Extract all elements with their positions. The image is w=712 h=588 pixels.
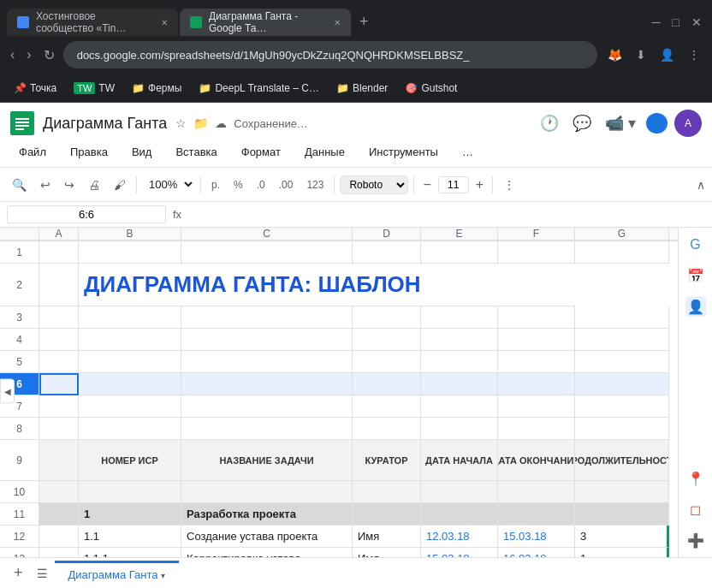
col-header-b[interactable]: B	[79, 228, 181, 240]
paint-format-button[interactable]: 🖌	[109, 175, 131, 195]
bookmark-fermy[interactable]: 📁 Фермы	[125, 80, 188, 97]
bookmark-gutshot[interactable]: 🎯 Gutshot	[398, 80, 464, 97]
cell-d7[interactable]	[353, 395, 421, 418]
cell-reference-input[interactable]	[7, 205, 166, 223]
cell-f11[interactable]	[498, 503, 575, 526]
row-num-1[interactable]: 1	[0, 241, 39, 264]
refresh-button[interactable]: ↻	[40, 44, 58, 67]
share-button[interactable]: 👤	[646, 113, 668, 134]
cell-d12[interactable]: Имя	[353, 526, 421, 548]
row-num-10[interactable]: 10	[0, 481, 39, 503]
cell-a13[interactable]	[39, 548, 79, 557]
cell-b10[interactable]	[79, 481, 181, 503]
cell-b11[interactable]: 1	[79, 503, 181, 526]
address-bar[interactable]	[63, 41, 597, 68]
cell-e5[interactable]	[421, 351, 498, 373]
redo-button[interactable]: ↪	[59, 175, 80, 195]
tab-close-2[interactable]: ✕	[334, 18, 341, 27]
font-size-input[interactable]	[438, 176, 469, 193]
tab-inactive[interactable]: Хостинговое сообщество «Tin… ✕	[7, 9, 178, 36]
cell-c13[interactable]: Корректировка устава	[181, 548, 353, 557]
row-num-8[interactable]: 8	[0, 418, 39, 440]
cell-c11[interactable]: Разработка проекта	[181, 503, 353, 526]
cell-b1[interactable]	[79, 241, 181, 264]
bookmark-blender[interactable]: 📁 Blender	[329, 80, 395, 97]
avatar[interactable]: A	[674, 110, 702, 137]
cell-e4[interactable]	[421, 329, 498, 351]
more-formats-button[interactable]: ⋮	[498, 175, 520, 195]
bookmark-tw[interactable]: TW TW	[67, 80, 122, 97]
profile-button[interactable]: 👤	[655, 45, 679, 65]
row-num-11[interactable]: 11	[0, 503, 39, 526]
font-size-increase[interactable]: +	[472, 177, 487, 193]
col-header-c[interactable]: C	[181, 228, 353, 240]
downloads-button[interactable]: ⬇	[631, 45, 651, 65]
cell-d10[interactable]	[353, 481, 421, 503]
menu-button[interactable]: ⋮	[683, 45, 705, 65]
formula-input[interactable]	[188, 208, 705, 221]
row-num-5[interactable]: 5	[0, 351, 39, 373]
cell-g8[interactable]	[575, 418, 669, 440]
cell-b8[interactable]	[79, 418, 181, 440]
col-header-g[interactable]: G	[575, 228, 669, 240]
cell-e3[interactable]	[421, 306, 498, 329]
cell-e6[interactable]	[421, 373, 498, 395]
tab-active[interactable]: Диаграмма Ганта - Google Та… ✕	[180, 9, 351, 36]
back-button[interactable]: ‹	[7, 44, 18, 66]
cell-f12[interactable]: 15.03.18	[498, 526, 575, 548]
cell-b3[interactable]	[79, 306, 181, 329]
meet-button[interactable]: 📹 ▾	[602, 110, 639, 136]
cell-b13[interactable]: 1.1.1	[79, 548, 181, 557]
sidebar-office-icon[interactable]: ◻	[685, 499, 706, 520]
comments-button[interactable]: 💬	[569, 110, 595, 136]
cell-d11[interactable]	[353, 503, 421, 526]
row-num-2[interactable]: 2	[0, 264, 39, 306]
cell-f7[interactable]	[498, 395, 575, 418]
extensions-button[interactable]: 🦊	[602, 45, 627, 65]
cell-d8[interactable]	[353, 418, 421, 440]
cell-e7[interactable]	[421, 395, 498, 418]
cell-d1[interactable]	[353, 241, 421, 264]
new-tab-button[interactable]: +	[353, 13, 376, 31]
cell-a10[interactable]	[39, 481, 79, 503]
sidebar-tasks-icon[interactable]: 👤	[685, 296, 706, 317]
cell-b6[interactable]	[79, 373, 181, 395]
cell-g5[interactable]	[575, 351, 669, 373]
maximize-button[interactable]: □	[669, 12, 683, 33]
cell-a12[interactable]	[39, 526, 79, 548]
cell-f6[interactable]	[498, 373, 575, 395]
cell-c12[interactable]: Создание устава проекта	[181, 526, 353, 548]
add-sheet-button[interactable]: +	[7, 561, 30, 585]
menu-format[interactable]: Формат	[236, 142, 286, 162]
cell-a3[interactable]	[39, 306, 79, 329]
menu-insert[interactable]: Вставка	[170, 142, 222, 162]
cell-a1[interactable]	[39, 241, 79, 264]
cell-g4[interactable]	[575, 329, 669, 351]
decimal-less-button[interactable]: .0	[252, 175, 270, 194]
cell-b2-title[interactable]: ДИАГРАММА ГАНТА: ШАБЛОН	[79, 264, 575, 306]
cell-g12[interactable]: 3	[575, 526, 669, 548]
cell-a4[interactable]	[39, 329, 79, 351]
bookmark-tochka[interactable]: 📌 Точка	[7, 80, 63, 97]
cell-f9[interactable]: ДАТА ОКОНЧАНИЯ	[498, 440, 575, 481]
menu-data[interactable]: Данные	[300, 142, 350, 162]
cell-c6[interactable]	[181, 373, 353, 395]
row-num-4[interactable]: 4	[0, 329, 39, 351]
cell-g1[interactable]	[575, 241, 669, 264]
col-header-f[interactable]: F	[498, 228, 575, 240]
row-num-3[interactable]: 3	[0, 306, 39, 329]
cloud-icon[interactable]: ☁	[215, 116, 227, 130]
cell-d3[interactable]	[353, 306, 421, 329]
percent-button[interactable]: %	[228, 175, 248, 194]
cell-g10[interactable]	[575, 481, 669, 503]
collapse-rows-btn[interactable]: ◀	[0, 378, 15, 407]
cell-a9[interactable]	[39, 440, 79, 481]
cell-f8[interactable]	[498, 418, 575, 440]
row-num-13[interactable]: 13	[0, 548, 39, 557]
folder-icon[interactable]: 📁	[193, 116, 208, 130]
cell-c5[interactable]	[181, 351, 353, 373]
cell-a5[interactable]	[39, 351, 79, 373]
cell-c8[interactable]	[181, 418, 353, 440]
sidebar-explore-icon[interactable]: G	[685, 235, 706, 255]
col-header-a[interactable]: A	[39, 228, 79, 240]
